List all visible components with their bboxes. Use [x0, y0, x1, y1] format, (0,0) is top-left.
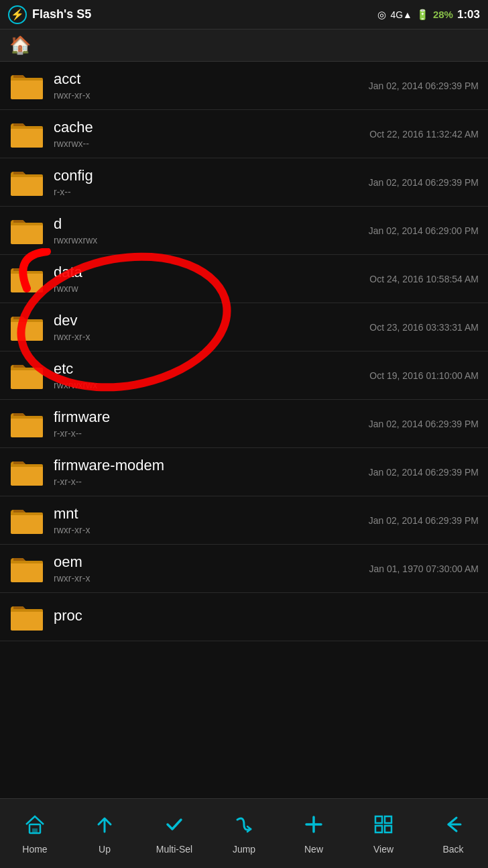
- back-icon: [442, 813, 465, 841]
- nav-home[interactable]: Home: [0, 813, 70, 855]
- flash-icon: ⚡: [8, 5, 27, 24]
- bottom-nav: Home Up Multi-Sel Jump: [0, 798, 488, 868]
- file-info: oem rwxr-xr-x: [54, 553, 363, 583]
- file-info: data rwxrw: [54, 264, 363, 293]
- list-item[interactable]: firmware-modem r-xr-x-- Jan 02, 2014 06:…: [0, 448, 488, 496]
- grid-icon: [372, 813, 395, 841]
- list-item[interactable]: dev rwxr-xr-x Oct 23, 2016 03:33:31 AM: [0, 303, 488, 351]
- list-item[interactable]: oem rwxr-xr-x Jan 01, 1970 07:30:00 AM: [0, 545, 488, 593]
- folder-icon: [9, 457, 44, 487]
- file-perms: r-xr-x--: [54, 476, 362, 487]
- list-item[interactable]: data rwxrw Oct 24, 2016 10:58:54 AM: [0, 255, 488, 303]
- file-info: firmware-modem r-xr-x--: [54, 457, 362, 486]
- svg-rect-6: [385, 826, 391, 832]
- list-item[interactable]: firmware r-xr-x-- Jan 02, 2014 06:29:39 …: [0, 400, 488, 448]
- folder-icon: [9, 71, 44, 101]
- file-name: acct: [54, 70, 362, 88]
- file-perms: rwxr-xr-x: [54, 331, 363, 342]
- nav-home-label: Home: [22, 844, 47, 855]
- file-date: Jan 02, 2014 06:29:39 PM: [369, 515, 479, 526]
- file-perms: rwxrw: [54, 283, 363, 294]
- status-left: ⚡ Flash's S5: [8, 5, 91, 24]
- file-name: proc: [54, 607, 472, 625]
- list-item[interactable]: d rwxrwxrwx Jan 02, 2014 06:29:00 PM: [0, 207, 488, 255]
- nav-new[interactable]: New: [279, 813, 349, 855]
- file-name: cache: [54, 119, 363, 136]
- file-perms: r-xr-x--: [54, 428, 362, 439]
- battery-percent: 28%: [433, 9, 453, 20]
- file-name: firmware: [54, 409, 362, 426]
- folder-icon: [9, 313, 44, 342]
- file-date: Jan 02, 2014 06:29:39 PM: [369, 467, 479, 478]
- hotspot-icon: ◎: [377, 9, 386, 21]
- folder-icon: [9, 554, 44, 584]
- file-perms: rwxr-xr-x: [54, 90, 362, 101]
- list-item[interactable]: cache rwxrwx-- Oct 22, 2016 11:32:42 AM: [0, 110, 488, 158]
- file-perms: rwxrwx--: [54, 138, 363, 149]
- list-item[interactable]: acct rwxr-xr-x Jan 02, 2014 06:29:39 PM: [0, 62, 488, 110]
- nav-jump-label: Jump: [233, 844, 255, 855]
- file-list: acct rwxr-xr-x Jan 02, 2014 06:29:39 PM …: [0, 62, 488, 641]
- folder-icon: [9, 506, 44, 535]
- status-right: ◎ 4G▲ 🔋 28% 1:03: [377, 8, 480, 21]
- file-name: dev: [54, 312, 363, 329]
- file-date: Jan 02, 2014 06:29:39 PM: [369, 80, 479, 91]
- svg-rect-3: [375, 816, 382, 823]
- list-item[interactable]: config r-x-- Jan 02, 2014 06:29:39 PM: [0, 158, 488, 207]
- file-date: Oct 19, 2016 01:10:00 AM: [369, 370, 479, 381]
- file-info: acct rwxr-xr-x: [54, 70, 362, 100]
- nav-back-label: Back: [442, 844, 463, 855]
- status-bar: ⚡ Flash's S5 ◎ 4G▲ 🔋 28% 1:03: [0, 0, 488, 30]
- list-item[interactable]: proc: [0, 593, 488, 641]
- file-date: Jan 02, 2014 06:29:39 PM: [369, 419, 479, 429]
- file-name: firmware-modem: [54, 457, 362, 474]
- file-date: Jan 02, 2014 06:29:00 PM: [369, 225, 479, 236]
- nav-multi-sel-label: Multi-Sel: [156, 844, 192, 855]
- file-name: data: [54, 264, 363, 281]
- file-name: mnt: [54, 505, 362, 523]
- svg-rect-4: [385, 816, 391, 823]
- file-perms: rwxr-xr-x: [54, 525, 362, 535]
- folder-icon: [9, 409, 44, 439]
- svg-rect-5: [375, 826, 382, 832]
- top-toolbar: 🏠: [0, 30, 488, 62]
- file-name: etc: [54, 360, 363, 378]
- file-info: config r-x--: [54, 167, 362, 197]
- folder-icon: [9, 216, 44, 246]
- svg-rect-2: [32, 828, 38, 833]
- home-icon: [23, 813, 46, 841]
- file-date: Jan 02, 2014 06:29:39 PM: [369, 177, 479, 188]
- file-perms: rwxr-xr-x: [54, 573, 363, 584]
- file-date: Jan 01, 1970 07:30:00 AM: [369, 563, 479, 574]
- list-item[interactable]: etc rwxrwxrwx Oct 19, 2016 01:10:00 AM: [0, 351, 488, 400]
- file-info: firmware r-xr-x--: [54, 409, 362, 438]
- file-perms: rwxrwxrwx: [54, 235, 362, 246]
- folder-icon: [9, 361, 44, 390]
- jump-icon: [233, 813, 255, 841]
- file-name: oem: [54, 553, 363, 571]
- nav-multi-sel[interactable]: Multi-Sel: [139, 813, 209, 855]
- folder-icon: [9, 168, 44, 197]
- battery-icon: 🔋: [416, 9, 429, 21]
- nav-view[interactable]: View: [349, 813, 418, 855]
- home-toolbar-icon[interactable]: 🏠: [9, 35, 31, 56]
- nav-up-label: Up: [99, 844, 111, 855]
- folder-icon: [9, 119, 44, 149]
- nav-jump[interactable]: Jump: [209, 813, 279, 855]
- device-name: Flash's S5: [32, 7, 91, 21]
- check-icon: [163, 813, 186, 841]
- nav-back[interactable]: Back: [418, 813, 488, 855]
- clock: 1:03: [457, 8, 480, 21]
- folder-icon: [9, 264, 44, 294]
- file-info: etc rwxrwxrwx: [54, 360, 363, 390]
- list-item[interactable]: mnt rwxr-xr-x Jan 02, 2014 06:29:39 PM: [0, 496, 488, 545]
- file-perms: r-x--: [54, 186, 362, 197]
- file-info: proc: [54, 607, 472, 626]
- file-info: mnt rwxr-xr-x: [54, 505, 362, 535]
- file-perms: rwxrwxrwx: [54, 380, 363, 390]
- file-name: config: [54, 167, 362, 184]
- plus-icon: [302, 813, 325, 841]
- nav-view-label: View: [373, 844, 393, 855]
- file-name: d: [54, 215, 362, 233]
- nav-up[interactable]: Up: [70, 813, 139, 855]
